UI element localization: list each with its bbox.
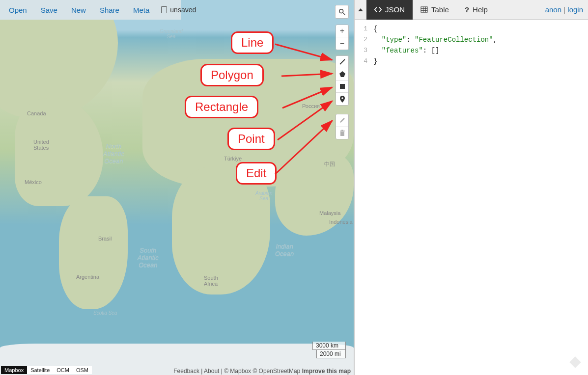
draw-control xyxy=(336,55,349,106)
feedback-link[interactable]: Feedback xyxy=(173,368,199,375)
collapse-button[interactable] xyxy=(355,0,366,20)
trash-icon xyxy=(339,130,345,136)
country-mexico: México xyxy=(25,179,42,185)
line-icon xyxy=(339,58,346,65)
country-turkiye: Türkiye xyxy=(224,156,242,161)
tab-json[interactable]: JSON xyxy=(366,0,413,20)
svg-line-1 xyxy=(343,13,345,15)
country-argentina: Argentina xyxy=(76,274,99,280)
svg-marker-3 xyxy=(339,71,345,77)
draw-rectangle-button[interactable] xyxy=(336,80,348,93)
meta-button[interactable]: Meta xyxy=(126,6,156,14)
country-russia: Россия xyxy=(302,103,320,109)
svg-marker-15 xyxy=(358,8,363,11)
svg-rect-7 xyxy=(340,131,345,132)
osm-credit: © OpenStreetMap xyxy=(252,368,300,375)
editor-gutter: 1 2 3 4 xyxy=(355,20,370,375)
svg-point-0 xyxy=(339,9,343,13)
new-button[interactable]: New xyxy=(64,6,93,14)
attribution: Feedback | About | © Mapbox © OpenStreet… xyxy=(173,368,351,375)
zoom-control: + − xyxy=(336,25,349,50)
tab-json-label: JSON xyxy=(385,5,405,14)
search-icon xyxy=(338,8,345,15)
login-link[interactable]: login xyxy=(567,5,583,14)
zoom-out-button[interactable]: − xyxy=(336,37,348,50)
file-icon xyxy=(161,6,167,13)
country-us: United States xyxy=(33,139,49,151)
tab-table[interactable]: Table xyxy=(413,0,457,20)
svg-point-5 xyxy=(341,97,343,99)
edit-control xyxy=(336,114,349,139)
sea-label-greenland: Greenland Sea xyxy=(160,28,183,39)
draw-polygon-button[interactable] xyxy=(336,68,348,80)
svg-rect-4 xyxy=(340,84,345,89)
country-canada: Canada xyxy=(27,110,46,116)
country-brasil: Brasil xyxy=(98,236,112,241)
save-button[interactable]: Save xyxy=(34,6,64,14)
scale-control: 3000 km 2000 mi xyxy=(312,342,346,358)
layer-mapbox[interactable]: Mapbox xyxy=(1,366,27,374)
country-china: 中国 xyxy=(324,161,335,168)
pencil-icon xyxy=(339,117,346,124)
layer-ocm[interactable]: OCM xyxy=(53,366,73,374)
tab-table-label: Table xyxy=(431,5,449,14)
json-editor[interactable]: 1 2 3 4 { "type": "FeatureCollection", "… xyxy=(355,20,588,375)
layer-osm[interactable]: OSM xyxy=(73,366,92,374)
edit-button[interactable] xyxy=(336,114,348,127)
editor-code[interactable]: { "type": "FeatureCollection", "features… xyxy=(370,20,497,375)
marker-icon xyxy=(339,96,345,103)
layer-satellite[interactable]: Satellite xyxy=(27,366,53,374)
file-status: unsaved xyxy=(156,6,201,14)
main-toolbar: Open Save New Share Meta unsaved xyxy=(0,0,181,20)
geojson-logo-icon xyxy=(568,355,582,369)
mapbox-credit: © Mapbox xyxy=(224,368,251,375)
tab-help[interactable]: ? Help xyxy=(457,0,496,20)
improve-map-link[interactable]: Improve this map xyxy=(302,368,351,375)
file-status-text: unsaved xyxy=(170,6,196,14)
layer-switcher: Mapbox Satellite OCM OSM xyxy=(1,366,92,374)
anon-link[interactable]: anon xyxy=(545,5,561,14)
map-container[interactable]: North Atlantic Ocean South Atlantic Ocea… xyxy=(0,0,354,375)
caret-up-icon xyxy=(358,8,363,12)
svg-marker-21 xyxy=(569,356,581,368)
open-button[interactable]: Open xyxy=(2,6,34,14)
user-area: anon | login xyxy=(540,5,588,14)
scale-mi: 2000 mi xyxy=(316,350,346,358)
rectangle-icon xyxy=(339,83,345,89)
svg-line-2 xyxy=(340,59,345,64)
right-toolbar: JSON Table ? Help anon | login xyxy=(355,0,588,20)
country-malaysia: Malaysia xyxy=(319,210,340,216)
svg-rect-8 xyxy=(341,130,343,131)
draw-line-button[interactable] xyxy=(336,56,348,68)
polygon-icon xyxy=(339,71,346,78)
question-icon: ? xyxy=(465,5,469,14)
ocean-label-north-atlantic: North Atlantic Ocean xyxy=(103,142,124,164)
ocean-label-indian: Indian Ocean xyxy=(275,242,294,257)
scale-km: 3000 km xyxy=(312,342,346,350)
svg-rect-6 xyxy=(340,132,344,136)
country-south-africa: South Africa xyxy=(204,275,218,287)
zoom-in-button[interactable]: + xyxy=(336,25,348,37)
draw-point-button[interactable] xyxy=(336,93,348,105)
country-indonesia: Indonesia xyxy=(329,219,353,225)
about-link[interactable]: About xyxy=(204,368,219,375)
share-button[interactable]: Share xyxy=(93,6,126,14)
search-button[interactable] xyxy=(335,5,349,19)
ocean-label-south-atlantic: South Atlantic Ocean xyxy=(138,246,159,268)
sea-label-arabian: Arabian Sea xyxy=(255,190,272,201)
code-icon xyxy=(374,6,382,13)
delete-button[interactable] xyxy=(336,127,348,139)
tab-help-label: Help xyxy=(473,5,488,14)
sea-label-scotia: Scotia Sea xyxy=(93,310,117,316)
svg-rect-16 xyxy=(421,7,427,12)
table-icon xyxy=(420,6,428,13)
